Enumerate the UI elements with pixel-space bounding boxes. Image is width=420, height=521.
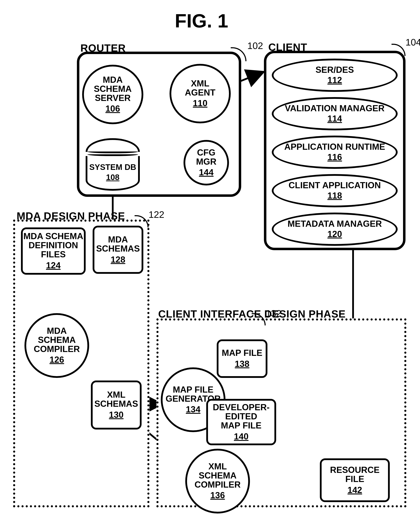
mda-schemas-name: MDA SCHEMAS [96,235,140,253]
client-runtime: APPLICATION RUNTIME 116 [272,136,398,169]
router-ref: 102 [247,40,263,51]
map-file-num: 138 [235,359,249,369]
client-app: CLIENT APPLICATION 118 [272,174,398,207]
client-runtime-num: 116 [327,152,342,162]
xml-schema-compiler-name: XML SCHEMA COMPILER [195,462,241,489]
client-validation-name: VALIDATION MANAGER [285,104,384,113]
client-metadata-name: METADATA MANAGER [287,219,382,228]
mda-schema-server-name: MDA SCHEMA SERVER [94,75,132,102]
client-serdes-name: SER/DES [315,65,354,74]
router-ref-leader [231,47,247,61]
client-phase-ref: 132 [266,308,281,319]
map-file-name: MAP FILE [222,348,262,357]
mda-schemas-num: 128 [111,254,125,265]
xml-schema-compiler: XML SCHEMA COMPILER 136 [185,449,250,513]
resource-file: RESOURCE FILE 142 [320,458,390,502]
resource-file-name: RESOURCE FILE [330,465,379,483]
mda-compiler-name: MDA SCHEMA COMPILER [34,326,80,353]
xml-schemas: XML SCHEMAS 130 [91,381,142,429]
mda-phase-label: MDA DESIGN PHASE [17,210,125,222]
figure-title: FIG. 1 [175,10,228,32]
router-label: ROUTER [80,42,126,54]
dev-map-file: DEVELOPER- EDITED MAP FILE 140 [206,399,276,445]
dev-map-file-num: 140 [234,431,248,442]
client-app-num: 118 [327,191,342,201]
client-serdes-num: 112 [327,75,342,85]
system-db: SYSTEM DB 108 [86,138,140,191]
client-serdes: SER/DES 112 [272,59,398,92]
xml-agent-num: 110 [193,98,207,108]
resource-file-num: 142 [347,485,362,495]
client-runtime-name: APPLICATION RUNTIME [284,142,385,151]
mda-def-files-name: MDA SCHEMA DEFINITION FILES [23,232,83,259]
mda-def-files: MDA SCHEMA DEFINITION FILES 124 [21,227,86,275]
mda-schema-server: MDA SCHEMA SERVER 106 [82,65,143,124]
cfg-mgr-name: CFG MGR [196,148,217,166]
mda-compiler: MDA SCHEMA COMPILER 126 [24,313,89,378]
xml-agent-name: XML AGENT [185,79,216,97]
dev-map-file-name: DEVELOPER- EDITED MAP FILE [213,403,270,430]
xml-agent: XML AGENT 110 [170,64,231,123]
client-validation-num: 114 [327,114,342,124]
map-file-generator-num: 134 [186,404,200,414]
client-label: CLIENT [268,41,307,53]
map-file: MAP FILE 138 [217,339,267,378]
client-ref-leader [391,44,405,56]
mda-phase-ref: 122 [149,209,164,220]
xml-schema-compiler-num: 136 [210,490,225,500]
cfg-mgr-num: 144 [199,167,213,177]
client-validation: VALIDATION MANAGER 114 [272,97,398,130]
client-ref: 104 [405,37,420,48]
cfg-mgr: CFG MGR 144 [184,140,229,185]
client-metadata: METADATA MANAGER 120 [272,213,398,246]
system-db-num: 108 [106,173,120,182]
mda-compiler-num: 126 [49,355,64,365]
client-app-name: CLIENT APPLICATION [289,181,381,190]
system-db-name: SYSTEM DB [89,163,136,171]
mda-schemas: MDA SCHEMAS 128 [93,226,143,274]
mda-def-files-num: 124 [46,260,60,270]
client-metadata-num: 120 [327,229,342,239]
xml-schemas-num: 130 [109,410,123,420]
mda-schema-server-num: 106 [105,104,120,114]
xml-schemas-name: XML SCHEMAS [94,390,138,408]
